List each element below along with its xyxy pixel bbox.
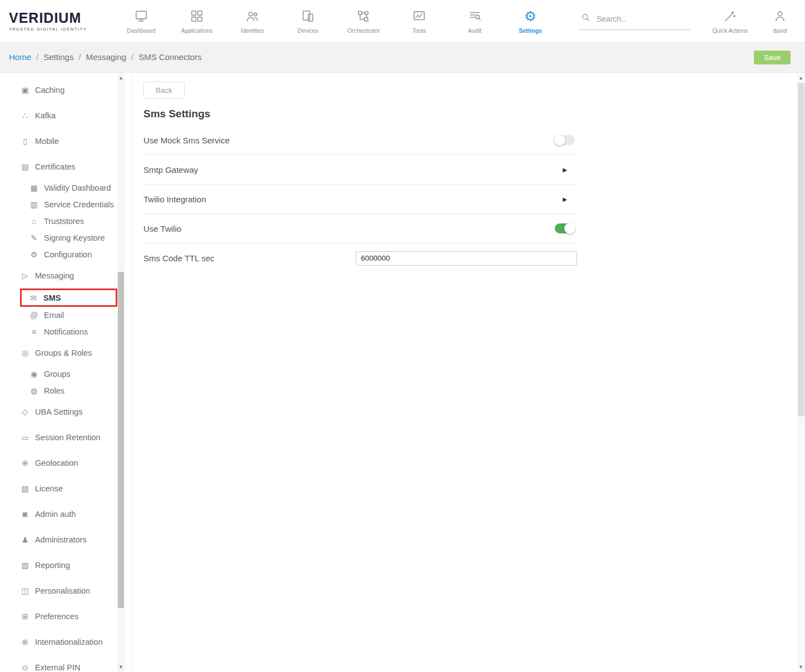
sidebar-item-label: Caching	[35, 86, 64, 94]
sidebar-scroll-thumb[interactable]	[118, 272, 124, 608]
main-nav: Dashboard Applications Identities Device…	[113, 8, 558, 34]
sidebar-item-label: SMS	[43, 293, 61, 302]
page-scrollbar[interactable]: ▲ ▼	[797, 73, 805, 672]
internationalization-icon: ⊛	[20, 638, 30, 646]
sidebar-item-administrators[interactable]: ♟Administrators	[0, 527, 132, 552]
dashboard-icon	[134, 8, 148, 24]
twilio-integration-expand-icon[interactable]: ▶	[563, 196, 567, 202]
use-mock-sms-service-toggle[interactable]	[555, 135, 575, 145]
sms-icon: ✉	[28, 293, 38, 302]
sidebar-item-admin-auth[interactable]: ◙Admin auth	[0, 501, 132, 527]
devices-icon	[301, 8, 315, 24]
sidebar-item-geolocation[interactable]: ⊕Geolocation	[0, 450, 132, 476]
sidebar-item-license[interactable]: ▧License	[0, 476, 132, 501]
sidebar-item-label: Configuration	[44, 250, 92, 259]
sidebar-item-sms[interactable]: ✉SMS	[20, 288, 117, 307]
sidebar-item-label: Internationalization	[35, 638, 103, 646]
sidebar-item-internationalization[interactable]: ⊛Internationalization	[0, 629, 132, 655]
sidebar-item-label: Validity Dashboard	[44, 183, 111, 192]
nav-tools[interactable]: Tools	[391, 8, 447, 34]
settings-gear-icon: ⚙	[524, 8, 536, 24]
logo-name: VERIDIUM	[9, 10, 103, 26]
scroll-up-icon[interactable]: ▲	[117, 74, 125, 82]
sidebar-item-groups[interactable]: ◉Groups	[0, 366, 132, 382]
nav-audit[interactable]: Audit	[447, 8, 503, 34]
sidebar-item-messaging[interactable]: ▷Messaging	[0, 263, 132, 288]
sidebar-item-validity-dashboard[interactable]: ▦Validity Dashboard	[0, 180, 132, 196]
toggle-knob	[564, 223, 575, 234]
breadcrumb-item-sms-connectors: SMS Connectors	[138, 52, 201, 62]
sms-code-ttl-input[interactable]	[356, 251, 577, 266]
scroll-up-icon[interactable]: ▲	[797, 74, 804, 82]
sidebar-item-reporting[interactable]: ▨Reporting	[0, 552, 132, 578]
scroll-down-icon[interactable]: ▼	[117, 663, 125, 671]
sidebar-item-certificates[interactable]: ▤Certificates	[0, 154, 132, 180]
nav-label: Orchestrator	[347, 27, 380, 34]
sidebar-item-label: License	[35, 484, 63, 493]
signing-keystore-icon: ✎	[29, 233, 39, 242]
use-twilio-toggle[interactable]	[555, 223, 575, 233]
sidebar-item-label: Email	[44, 311, 64, 320]
nav-orchestrator[interactable]: Orchestrator	[336, 8, 391, 34]
setting-label: Sms Code TTL sec	[143, 253, 215, 263]
sidebar-item-label: Messaging	[35, 271, 74, 280]
page-body: ▣Caching∴Kafka▯Mobile▤Certificates▦Valid…	[0, 73, 805, 672]
user-menu[interactable]: david	[761, 8, 799, 34]
nav-dashboard[interactable]: Dashboard	[113, 8, 169, 34]
sidebar-scrollbar[interactable]: ▲ ▼	[117, 73, 125, 672]
setting-row-sms-code-ttl: Sms Code TTL sec	[143, 243, 577, 273]
scroll-down-icon[interactable]: ▼	[797, 663, 804, 671]
nav-devices[interactable]: Devices	[280, 8, 336, 34]
sidebar-item-caching[interactable]: ▣Caching	[0, 77, 132, 103]
nav-identities[interactable]: Identities	[225, 8, 280, 34]
smtp-gateway-expand-icon[interactable]: ▶	[563, 167, 567, 173]
setting-label: Use Mock Sms Service	[143, 136, 230, 145]
quick-actions[interactable]: Quick Actions	[699, 8, 761, 34]
sidebar-item-roles[interactable]: ◍Roles	[0, 382, 132, 399]
email-icon: @	[29, 311, 39, 320]
logo-tagline: TRUSTED DIGITAL IDENTITY	[9, 27, 103, 32]
user-label: david	[773, 27, 787, 34]
sidebar-item-truststores[interactable]: ⌂Truststores	[0, 213, 132, 230]
certificates-icon: ▤	[20, 162, 30, 171]
sidebar-item-personalisation[interactable]: ◫Personalisation	[0, 578, 132, 604]
sidebar-item-service-credentials[interactable]: ▥Service Credentials	[0, 196, 132, 213]
veridium-logo[interactable]: VERIDIUM TRUSTED DIGITAL IDENTITY	[9, 10, 103, 32]
sidebar-item-label: Roles	[44, 386, 64, 395]
breadcrumb-item-settings: Settings	[43, 52, 73, 62]
admin-auth-icon: ◙	[20, 510, 30, 519]
sidebar-item-label: Reporting	[35, 561, 70, 570]
page-scroll-thumb[interactable]	[798, 83, 804, 416]
sidebar-item-groups-roles[interactable]: ◎Groups & Roles	[0, 340, 132, 366]
save-button[interactable]: Save	[754, 51, 791, 64]
sidebar-item-external-pin[interactable]: ⊙External PIN	[0, 655, 132, 672]
search-icon	[580, 12, 592, 26]
user-icon	[773, 8, 787, 24]
setting-row-smtp-gateway: Smtp Gateway▶	[143, 155, 577, 185]
quick-actions-label: Quick Actions	[712, 27, 748, 34]
mobile-icon: ▯	[20, 137, 30, 146]
magic-wand-icon	[723, 8, 737, 24]
sidebar-item-kafka[interactable]: ∴Kafka	[0, 103, 132, 128]
sidebar-item-email[interactable]: @Email	[0, 307, 132, 323]
nav-label: Applications	[181, 27, 213, 34]
nav-applications[interactable]: Applications	[169, 8, 225, 34]
back-button[interactable]: Back	[143, 82, 185, 99]
sidebar-item-configuration[interactable]: ⚙Configuration	[0, 246, 132, 263]
sidebar-item-mobile[interactable]: ▯Mobile	[0, 128, 132, 154]
breadcrumb-item-home[interactable]: Home	[9, 52, 31, 62]
sidebar-item-preferences[interactable]: ⊞Preferences	[0, 604, 132, 629]
breadcrumb-separator: /	[78, 52, 81, 62]
sidebar-item-uba-settings[interactable]: ◇UBA Settings	[0, 399, 132, 425]
sidebar-item-signing-keystore[interactable]: ✎Signing Keystore	[0, 230, 132, 246]
reporting-icon: ▨	[20, 561, 30, 570]
nav-settings[interactable]: ⚙ Settings	[503, 8, 558, 34]
sidebar-item-label: UBA Settings	[35, 407, 82, 416]
session-retention-icon: ▭	[20, 433, 30, 442]
toggle-knob	[554, 135, 565, 146]
settings-sidebar: ▣Caching∴Kafka▯Mobile▤Certificates▦Valid…	[0, 73, 132, 672]
sidebar-item-notifications[interactable]: ≡Notifications	[0, 323, 132, 340]
search-input[interactable]	[597, 14, 680, 23]
sidebar-item-session-retention[interactable]: ▭Session Retention	[0, 425, 132, 450]
groups-icon: ◉	[29, 370, 39, 379]
